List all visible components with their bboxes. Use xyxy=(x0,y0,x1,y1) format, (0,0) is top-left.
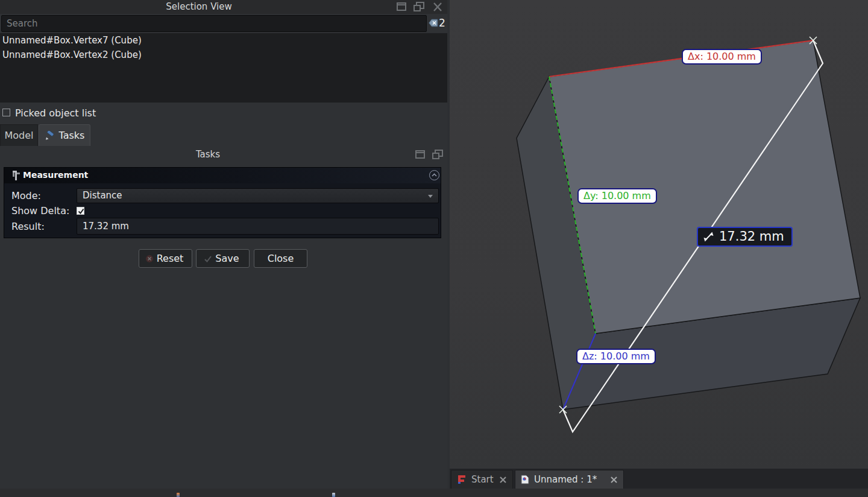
total-distance-value: 17.32 mm xyxy=(719,229,784,244)
measurement-task-box: Measurement Mode: Distance Show Delta: R… xyxy=(4,167,441,238)
mode-value: Distance xyxy=(83,190,122,201)
show-delta-checkbox[interactable] xyxy=(77,207,84,215)
tab-close-icon[interactable] xyxy=(610,476,618,484)
close-button[interactable]: Close xyxy=(254,249,307,268)
tasks-titlebar: Tasks xyxy=(0,147,447,162)
toolbar-icon-fragment xyxy=(177,493,180,497)
tab-model[interactable]: Model xyxy=(0,124,38,146)
chevron-down-icon xyxy=(428,195,433,198)
picked-object-list-row: Picked object list xyxy=(0,106,447,120)
tab-model-label: Model xyxy=(4,130,33,141)
tab-unnamed-document[interactable]: Unnamed : 1* xyxy=(515,470,624,489)
tab-start-label: Start xyxy=(471,474,494,485)
total-distance-label: 17.32 mm xyxy=(697,227,793,247)
panel-tab-bar: Model Tasks xyxy=(0,124,447,147)
tasks-panel-title: Tasks xyxy=(0,149,416,160)
document-icon xyxy=(521,475,529,484)
show-delta-label: Show Delta: xyxy=(11,205,69,217)
measurement-header[interactable]: Measurement xyxy=(4,168,441,183)
3d-viewport[interactable] xyxy=(450,0,868,469)
delta-y-label: Δy: 10.00 mm xyxy=(577,188,657,204)
float-icon[interactable] xyxy=(413,2,425,12)
save-icon xyxy=(204,255,212,263)
reset-icon xyxy=(145,255,154,263)
selection-view-titlebar: Selection View xyxy=(0,0,447,14)
selection-list: Unnamed#Box.Vertex7 (Cube) Unnamed#Box.V… xyxy=(0,33,447,103)
mode-dropdown[interactable]: Distance xyxy=(77,188,439,203)
float-icon[interactable] xyxy=(432,150,444,160)
toolbar-icon-fragment xyxy=(332,493,335,497)
close-button-label: Close xyxy=(268,253,294,264)
search-input[interactable] xyxy=(1,15,427,32)
cube-model xyxy=(450,0,868,469)
mode-label: Mode: xyxy=(11,190,41,201)
freecad-window: Selection View 2 Unnam xyxy=(0,0,868,497)
save-button[interactable]: Save xyxy=(196,249,250,268)
search-row: 2 xyxy=(0,14,447,33)
list-item[interactable]: Unnamed#Box.Vertex2 (Cube) xyxy=(0,48,447,62)
caliper-icon xyxy=(11,170,21,181)
pencil-icon xyxy=(45,131,55,141)
tab-tasks-label: Tasks xyxy=(59,130,85,141)
delta-x-label: Δx: 10.00 mm xyxy=(682,49,762,65)
reset-button-label: Reset xyxy=(157,253,184,264)
document-tab-bar: Start Unnamed : 1* xyxy=(450,469,868,489)
left-dock-panel: Selection View 2 Unnam xyxy=(0,0,447,489)
delta-z-label: Δz: 10.00 mm xyxy=(576,349,656,364)
tab-start-page[interactable]: Start xyxy=(451,470,513,489)
cube-front-face xyxy=(549,40,860,334)
freecad-logo-icon xyxy=(457,475,467,484)
tab-tasks[interactable]: Tasks xyxy=(39,124,90,146)
list-item[interactable]: Unnamed#Box.Vertex7 (Cube) xyxy=(0,33,447,48)
collapse-icon[interactable] xyxy=(429,170,439,180)
picked-object-list-checkbox[interactable] xyxy=(2,109,10,116)
clear-selection-icon[interactable] xyxy=(429,19,438,27)
selection-count: 2 xyxy=(439,17,445,29)
picked-object-list-label: Picked object list xyxy=(15,107,96,119)
tab-close-icon[interactable] xyxy=(499,476,507,484)
tab-unnamed-label: Unnamed : 1* xyxy=(534,474,597,485)
bottom-toolbar-strip xyxy=(0,489,868,497)
measurement-title: Measurement xyxy=(23,170,88,180)
result-label: Result: xyxy=(11,221,45,232)
dock-icon[interactable] xyxy=(395,2,407,12)
result-field[interactable]: 17.32 mm xyxy=(77,218,439,235)
close-icon[interactable] xyxy=(432,2,444,12)
dock-icon[interactable] xyxy=(414,150,426,160)
save-button-label: Save xyxy=(215,253,239,264)
double-arrow-icon xyxy=(703,231,714,242)
selection-view-title: Selection View xyxy=(0,1,398,12)
reset-button[interactable]: Reset xyxy=(139,249,192,268)
